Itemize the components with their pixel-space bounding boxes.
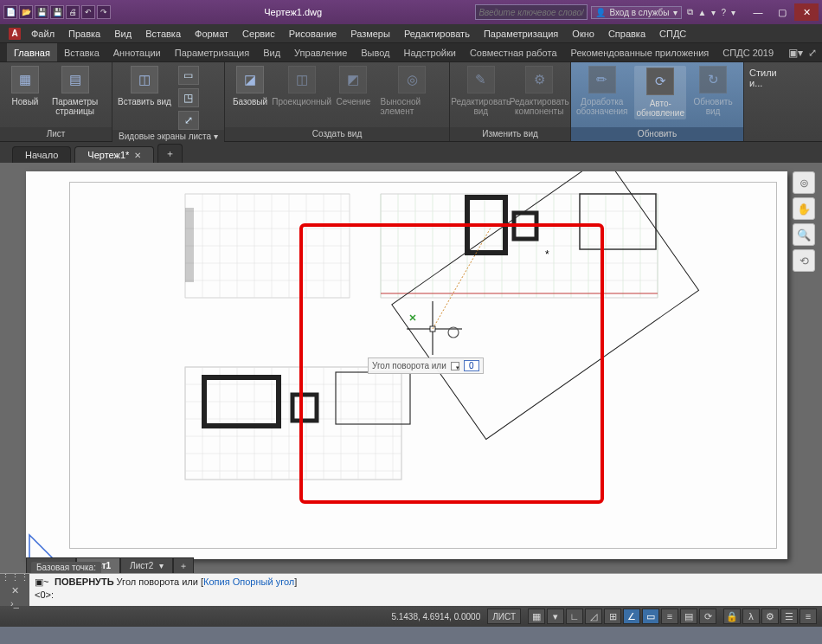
detail-view-button[interactable]: ◎Выносной элемент (380, 66, 444, 116)
projected-view-button[interactable]: ◫Проекционный (277, 66, 326, 106)
new-doc-tab-button[interactable]: ＋ (157, 144, 183, 163)
snap-toggle-icon[interactable]: ▾ (547, 609, 564, 624)
command-line[interactable]: Базовая точка: ⋮⋮⋮✕›_ ▣~ ПОВЕРНУТЬ Угол … (0, 573, 822, 606)
chevron-down-icon[interactable]: ▾ (711, 8, 716, 17)
auto-update-button[interactable]: ⟳Авто- обновление (634, 66, 686, 119)
minimize-button[interactable]: — (746, 3, 770, 21)
ribbon-tab[interactable]: Вставка (57, 43, 106, 61)
doc-tab-drawing[interactable]: Чертеж1*✕ (74, 146, 154, 163)
menu-dimension[interactable]: Размеры (344, 24, 397, 42)
ortho-toggle-icon[interactable]: ∟ (566, 609, 583, 624)
vp-tool-icon[interactable]: ▭ (178, 66, 199, 85)
menu-view[interactable]: Вид (107, 24, 138, 42)
nav-zoom-icon[interactable]: 🔍 (793, 223, 815, 246)
nav-wheel-icon[interactable]: ⊚ (793, 171, 815, 194)
qat-saveas-icon[interactable]: 💾 (50, 5, 64, 19)
vp-tool-icon[interactable]: ⤢ (178, 111, 199, 130)
qat-plot-icon[interactable]: 🖨 (66, 5, 80, 19)
menu-spds[interactable]: СПДС (652, 24, 693, 42)
qat-open-icon[interactable]: 📂 (19, 5, 33, 19)
otrack-toggle-icon[interactable]: ∠ (623, 609, 640, 624)
close-tab-icon[interactable]: ✕ (134, 151, 141, 160)
base-view-button[interactable]: ◪Базовый (230, 66, 270, 106)
qat-save-icon[interactable]: 💾 (35, 5, 48, 19)
search-input[interactable] (475, 4, 588, 20)
vp-tool-icon[interactable]: ◳ (178, 88, 199, 107)
close-icon[interactable]: ✕ (11, 585, 19, 596)
ribbon-tab[interactable]: Надстройки (397, 43, 463, 61)
qat-undo-icon[interactable]: ↶ (81, 5, 95, 19)
maximize-button[interactable]: ▢ (770, 3, 794, 21)
ribbon-tab[interactable]: СПДС 2019 (716, 43, 780, 61)
menu-modify[interactable]: Редактировать (397, 24, 477, 42)
nav-orbit-icon[interactable]: ⟲ (793, 249, 815, 272)
cmd-option-reference[interactable]: Опорный угол (233, 576, 295, 587)
chevron-down-icon[interactable]: ▾ (731, 8, 735, 17)
new-layout-tab-button[interactable]: ＋ (173, 557, 194, 573)
menu-draw[interactable]: Рисование (282, 24, 344, 42)
polar-toggle-icon[interactable]: ◿ (585, 609, 602, 624)
menu-window[interactable]: Окно (565, 24, 601, 42)
insert-view-button[interactable]: ◫Вставить вид (118, 66, 171, 106)
exchange-icon[interactable]: ⧉ (687, 7, 693, 17)
ribbon-extra-icon[interactable]: ▣▾ (788, 47, 803, 59)
menu-format[interactable]: Формат (188, 24, 235, 42)
ribbon-tab[interactable]: Аннотации (106, 43, 168, 61)
space-toggle[interactable]: ЛИСТ (487, 609, 521, 624)
cycle-toggle-icon[interactable]: ⟳ (699, 609, 716, 624)
ribbon-tab[interactable]: Вывод (354, 43, 396, 61)
paper-sheet[interactable]: * Угол поворота или (26, 171, 787, 559)
dynamic-options-icon[interactable] (451, 362, 459, 370)
menu-tools[interactable]: Сервис (235, 24, 282, 42)
ribbon-tab[interactable]: Вид (256, 43, 287, 61)
ribbon-tab[interactable]: Рекомендованные приложения (564, 43, 716, 61)
grid-toggle-icon[interactable]: ▦ (528, 609, 545, 624)
panel-styles[interactable]: Стили и... (744, 62, 796, 141)
lineweight-toggle-icon[interactable]: ≡ (661, 609, 678, 624)
dynamic-input[interactable]: Угол поворота или 0 (368, 357, 484, 374)
menu-edit[interactable]: Правка (61, 24, 107, 42)
dyn-input-toggle-icon[interactable]: ▭ (642, 609, 659, 624)
autodesk-icon[interactable]: ▲ (698, 8, 707, 17)
qat-new-icon[interactable]: 📄 (3, 5, 17, 19)
panel-title[interactable]: Видовые экраны листа ▾ (112, 130, 224, 144)
section-view-button[interactable]: ◩Сечение (333, 66, 373, 106)
iso-icon[interactable]: ☰ (780, 609, 798, 624)
ribbon-tab[interactable]: Управление (287, 43, 354, 61)
edit-view-button[interactable]: ✎Редактировать вид (455, 66, 507, 116)
dynamic-value[interactable]: 0 (464, 360, 479, 371)
command-content[interactable]: ▣~ ПОВЕРНУТЬ Угол поворота или [Копия Оп… (29, 574, 822, 606)
app-icon[interactable]: A (5, 24, 24, 42)
transparency-toggle-icon[interactable]: ▤ (680, 609, 697, 624)
update-view-button[interactable]: ↻Обновить вид (693, 66, 733, 116)
ribbon-tab[interactable]: Главная (7, 43, 57, 61)
symbol-sketch-button[interactable]: ✏Доработка обозначения (576, 66, 627, 116)
new-layout-button[interactable]: ▦Новый (5, 66, 45, 106)
qat-redo-icon[interactable]: ↷ (97, 5, 111, 19)
menu-file[interactable]: Файл (24, 24, 61, 42)
nav-pan-icon[interactable]: ✋ (793, 197, 815, 220)
doc-tab-start[interactable]: Начало (12, 146, 71, 163)
help-icon[interactable]: ? (721, 8, 726, 17)
edit-view-icon: ✎ (467, 66, 495, 93)
page-setup-button[interactable]: ▤Параметры страницы (52, 66, 98, 116)
edit-components-button[interactable]: ⚙Редактировать компоненты (514, 66, 566, 116)
svg-rect-11 (336, 372, 410, 424)
menu-insert[interactable]: Вставка (138, 24, 188, 42)
customize-icon[interactable]: ≡ (800, 609, 817, 624)
panel-title: Обновить (571, 127, 743, 141)
osnap-toggle-icon[interactable]: ⊞ (604, 609, 621, 624)
sign-in-button[interactable]: 👤 Вход в службы ▾ (591, 6, 681, 19)
command-handle[interactable]: ⋮⋮⋮✕›_ (0, 574, 29, 606)
ribbon-collapse-icon[interactable]: ⤢ (808, 47, 817, 59)
cmd-option-copy[interactable]: Копия (203, 576, 230, 587)
annoscale-icon[interactable]: λ (742, 609, 760, 624)
ribbon-tab[interactable]: Совместная работа (463, 43, 564, 61)
ribbon-tab[interactable]: Параметризация (168, 43, 256, 61)
scale-icon[interactable]: 🔒 (723, 609, 741, 624)
ws-switch-icon[interactable]: ⚙ (761, 609, 779, 624)
menu-parametric[interactable]: Параметризация (477, 24, 565, 42)
layout-tab-sheet2[interactable]: Лист2 ▾ (120, 557, 173, 573)
close-button[interactable]: ✕ (794, 3, 819, 21)
menu-help[interactable]: Справка (601, 24, 652, 42)
